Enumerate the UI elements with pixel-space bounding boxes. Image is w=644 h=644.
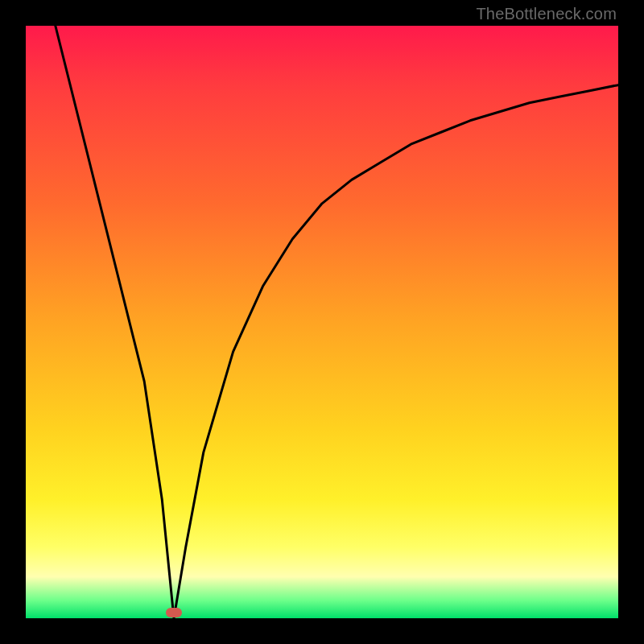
attribution-text: TheBottleneck.com xyxy=(476,5,617,23)
minimum-marker xyxy=(166,608,182,617)
bottleneck-curve xyxy=(26,26,618,618)
chart-frame: TheBottleneck.com xyxy=(0,0,644,644)
plot-area xyxy=(26,26,618,618)
